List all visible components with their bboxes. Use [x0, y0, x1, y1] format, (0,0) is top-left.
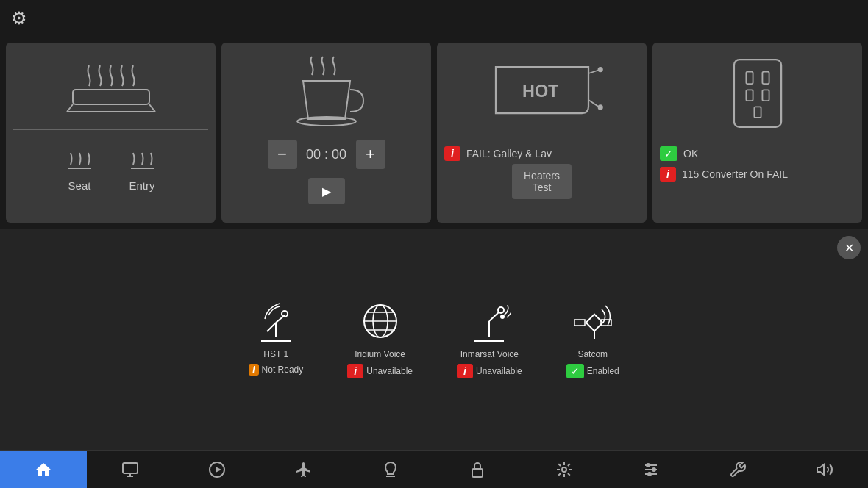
hst1-status: i Not Ready [249, 364, 303, 376]
svg-line-19 [267, 323, 276, 331]
seat-icon-wrapper: Seat [60, 139, 100, 192]
inmarsat-icon [467, 301, 511, 345]
iridium-badge: i [347, 364, 363, 378]
nav-monitor[interactable] [87, 451, 174, 488]
converter-fail-text: 115 Converter On FAIL [682, 168, 788, 180]
hst1-label: HST 1 [263, 349, 288, 359]
svg-rect-14 [762, 72, 769, 85]
satcom-label: Satcom [577, 349, 608, 359]
main-content: ✕ HST 1 i Not Ready [0, 229, 868, 450]
heaters-test-button[interactable]: HeatersTest [512, 164, 572, 199]
hot-door-icon: HOT [476, 53, 608, 134]
converter-fail-badge: i [660, 167, 676, 182]
entry-heat-icon [122, 139, 163, 179]
iridium-status-text: Unavailable [366, 366, 413, 376]
svg-rect-16 [762, 90, 769, 101]
power-outlet-icon [714, 53, 802, 134]
device-satcom: Satcom ✓ Enabled [566, 301, 619, 378]
svg-rect-17 [754, 107, 761, 118]
plus-button[interactable]: + [356, 140, 385, 169]
svg-rect-0 [73, 90, 149, 104]
fail-galley-text: FAIL: Galley & Lav [466, 148, 552, 159]
coffee-cup-icon [282, 53, 371, 134]
nav-home[interactable] [0, 451, 87, 488]
svg-rect-34 [574, 320, 585, 326]
nav-settings[interactable] [608, 451, 694, 488]
svg-marker-49 [817, 464, 824, 475]
svg-line-29 [489, 312, 499, 321]
svg-rect-33 [586, 314, 602, 331]
iridium-label: Iridium Voice [355, 349, 405, 359]
devices-row: HST 1 i Not Ready Iridium Voice i [234, 286, 634, 393]
inmarsat-label: Inmarsat Voice [460, 349, 519, 359]
nav-climate[interactable] [521, 451, 608, 488]
svg-rect-37 [123, 463, 138, 473]
svg-rect-15 [746, 90, 753, 101]
timer-card: − 00 : 00 + ▶ [221, 43, 431, 223]
svg-point-48 [648, 473, 651, 476]
svg-point-30 [498, 307, 504, 313]
seat-label: Seat [68, 179, 91, 192]
minus-button[interactable]: − [268, 140, 297, 169]
nav-media[interactable] [174, 451, 260, 488]
ok-badge: ✓ [660, 146, 677, 161]
satcom-badge: ✓ [566, 364, 584, 378]
iridium-icon [358, 301, 402, 345]
svg-rect-41 [472, 469, 483, 477]
play-button[interactable]: ▶ [308, 178, 345, 204]
hot-status-card: HOT i FAIL: Galley & Lav HeatersTest [437, 43, 647, 223]
seat-heat-icon [60, 139, 100, 179]
nav-lock[interactable] [434, 451, 521, 488]
cards-area: Seat Entry [0, 37, 868, 229]
device-iridium: Iridium Voice i Unavailable [347, 301, 413, 378]
nav-tools[interactable] [694, 451, 781, 488]
svg-line-1 [67, 104, 73, 112]
gear-icon[interactable]: ⚙ [11, 8, 27, 29]
svg-text:HOT: HOT [522, 82, 559, 101]
timer-display: 00 : 00 [305, 147, 349, 162]
nav-service[interactable] [347, 451, 434, 488]
inmarsat-status-text: Unavailable [476, 366, 522, 376]
top-bar: ⚙ [0, 0, 868, 37]
close-button[interactable]: ✕ [837, 236, 861, 259]
hst1-badge: i [249, 364, 258, 376]
seat-heater-card: Seat Entry [6, 43, 216, 223]
power-status-card: ✓ OK i 115 Converter On FAIL [652, 43, 862, 223]
nav-volume[interactable] [781, 451, 868, 488]
svg-point-32 [500, 315, 505, 319]
satcom-status-text: Enabled [587, 366, 619, 376]
heater-tray-icon [60, 53, 163, 126]
ok-text: OK [683, 148, 698, 159]
svg-marker-39 [216, 467, 221, 473]
inmarsat-badge: i [457, 364, 473, 378]
nav-flight[interactable] [260, 451, 347, 488]
svg-point-42 [562, 467, 566, 472]
hst1-status-text: Not Ready [262, 365, 304, 375]
svg-point-47 [652, 468, 655, 471]
device-hst1: HST 1 i Not Ready [249, 301, 303, 376]
satcom-icon [571, 301, 615, 345]
bottom-nav [0, 450, 868, 488]
iridium-status: i Unavailable [347, 364, 413, 378]
svg-point-46 [647, 464, 650, 467]
fail-badge: i [444, 146, 460, 161]
svg-rect-13 [746, 72, 753, 85]
svg-point-11 [597, 104, 602, 110]
entry-label: Entry [129, 179, 154, 192]
svg-point-10 [597, 67, 602, 72]
svg-line-2 [149, 104, 155, 112]
device-inmarsat: Inmarsat Voice i Unavailable [457, 301, 522, 378]
svg-line-9 [588, 100, 599, 107]
svg-line-8 [588, 71, 599, 74]
svg-point-6 [297, 117, 356, 126]
hst1-icon [254, 301, 298, 345]
entry-icon-wrapper: Entry [122, 139, 163, 192]
satcom-status: ✓ Enabled [566, 364, 619, 378]
inmarsat-status: i Unavailable [457, 364, 522, 378]
